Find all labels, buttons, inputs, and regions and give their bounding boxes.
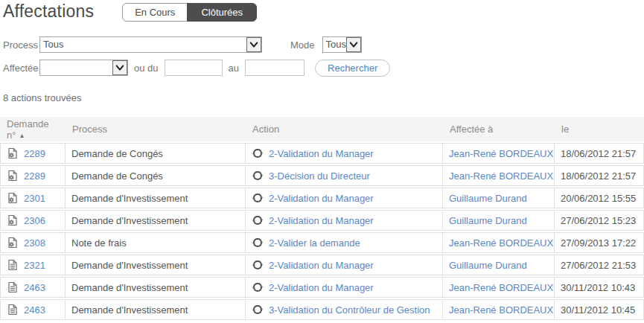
- document-gear-icon: [7, 192, 19, 204]
- demande-link[interactable]: 2321: [24, 260, 45, 271]
- affectee-link[interactable]: Jean-René BORDEAUX: [449, 148, 553, 159]
- sync-icon: [252, 170, 264, 182]
- affectations-page: Affectations En Cours Clôturées Process …: [0, 0, 644, 323]
- ou-du-label: ou du: [134, 63, 159, 74]
- mode-select-value: Tous: [323, 37, 346, 52]
- demande-link[interactable]: 2289: [24, 170, 45, 182]
- chevron-down-icon: [112, 60, 127, 75]
- sort-asc-icon: ▲: [19, 132, 25, 139]
- affectee-link[interactable]: Jean-René BORDEAUX: [449, 170, 553, 182]
- table-header-row: Demande n°▲ Process Action Affectée à le: [0, 117, 644, 141]
- column-header-affectee[interactable]: Affectée à: [443, 117, 555, 141]
- sync-icon: [252, 214, 264, 226]
- date-value: 18/06/2012 21:57: [561, 170, 636, 182]
- filter-row-1: Process Tous Mode Tous: [0, 36, 644, 53]
- sync-icon: [252, 192, 264, 204]
- action-link[interactable]: 3-Validation du Contrôleur de Gestion: [269, 304, 430, 316]
- filter-row-2: Affectée ou du au Rechercher: [0, 60, 644, 76]
- action-link[interactable]: 2-Valider la demande: [269, 237, 360, 249]
- affectee-link[interactable]: Guillaume Durand: [449, 193, 527, 204]
- tab-cloturees[interactable]: Clôturées: [187, 3, 257, 22]
- table-row: 2321 Demande d'Investissement 2-Validati…: [0, 255, 644, 275]
- date-to-input[interactable]: [245, 60, 305, 76]
- actions-table: Demande n°▲ Process Action Affectée à le: [0, 115, 644, 322]
- document-gear-icon: [7, 214, 19, 226]
- page-header: Affectations En Cours Clôturées: [0, 0, 644, 22]
- document-gear-icon: [7, 170, 19, 182]
- date-value: 20/06/2012 15:55: [561, 193, 636, 204]
- table-row: 2289 Demande de Congés 2-Validation du M…: [0, 143, 644, 164]
- affectee-link[interactable]: Guillaume Durand: [449, 260, 527, 271]
- action-link[interactable]: 2-Validation du Manager: [269, 148, 374, 159]
- process-name: Demande de Congés: [71, 170, 163, 182]
- date-value: 27/06/2012 21:53: [561, 260, 636, 271]
- process-select[interactable]: Tous: [39, 36, 262, 53]
- document-gear-icon: [7, 237, 19, 249]
- action-link[interactable]: 2-Validation du Manager: [269, 282, 374, 293]
- document-lines-icon: [7, 259, 19, 271]
- demande-link[interactable]: 2308: [24, 237, 45, 249]
- affectee-link[interactable]: Jean-René BORDEAUX: [449, 304, 553, 316]
- filter-panel: Process Tous Mode Tous Affectée: [0, 36, 644, 76]
- action-link[interactable]: 2-Validation du Manager: [269, 193, 374, 204]
- column-header-process[interactable]: Process: [66, 117, 246, 141]
- process-name: Demande d'Investissement: [71, 193, 188, 204]
- demande-link[interactable]: 2463: [24, 282, 45, 293]
- chevron-down-icon: [246, 37, 261, 52]
- sync-icon: [252, 147, 264, 159]
- date-value: 30/11/2012 10:45: [561, 304, 635, 316]
- date-value: 27/06/2012 15:23: [561, 215, 636, 226]
- search-button[interactable]: Rechercher: [315, 60, 390, 77]
- action-link[interactable]: 2-Validation du Manager: [269, 215, 374, 226]
- sync-icon: [252, 259, 264, 271]
- table-row: 2289 Demande de Congés 3-Décision du Dir…: [0, 165, 644, 186]
- demande-link[interactable]: 2301: [24, 193, 45, 204]
- mode-label: Mode: [290, 39, 315, 51]
- process-select-value: Tous: [40, 37, 246, 52]
- process-name: Demande d'Investissement: [71, 282, 188, 293]
- affectee-link[interactable]: Jean-René BORDEAUX: [449, 237, 553, 249]
- affectee-select[interactable]: [39, 60, 128, 76]
- process-label: Process: [3, 39, 39, 51]
- tab-group: En Cours Clôturées: [122, 3, 257, 22]
- date-value: 27/09/2013 17:22: [561, 237, 636, 249]
- document-gear-icon: [7, 147, 19, 159]
- process-name: Demande d'Investissement: [71, 304, 188, 316]
- demande-link[interactable]: 2289: [24, 148, 45, 159]
- document-lines-icon: [7, 304, 19, 316]
- date-value: 30/11/2012 10:43: [561, 282, 635, 293]
- date-from-input[interactable]: [165, 60, 223, 76]
- sync-icon: [252, 281, 264, 293]
- sync-icon: [252, 304, 264, 316]
- table-row: 2308 Note de frais 2-Valider la demande …: [0, 232, 644, 253]
- process-name: Demande d'Investissement: [71, 260, 188, 271]
- page-title: Affectations: [3, 1, 94, 22]
- column-header-demande[interactable]: Demande n°▲: [0, 117, 66, 141]
- au-label: au: [229, 63, 239, 74]
- table-row: 2463 Demande d'Investissement 2-Validati…: [0, 277, 644, 298]
- tab-en-cours[interactable]: En Cours: [122, 3, 188, 22]
- affectee-label: Affectée: [3, 63, 39, 74]
- sync-icon: [252, 237, 264, 249]
- column-header-action[interactable]: Action: [246, 117, 443, 141]
- table-row: 2301 Demande d'Investissement 2-Validati…: [0, 188, 644, 208]
- process-name: Note de frais: [71, 237, 127, 249]
- action-link[interactable]: 2-Validation du Manager: [269, 260, 374, 271]
- process-name: Demande de Congés: [71, 148, 163, 159]
- column-header-le[interactable]: le: [555, 117, 644, 141]
- date-value: 18/06/2012 21:57: [561, 148, 636, 159]
- table-row: 2306 Demande d'Investissement 2-Validati…: [0, 210, 644, 231]
- demande-link[interactable]: 2463: [24, 304, 45, 316]
- results-count: 8 actions trouvées: [3, 92, 644, 103]
- affectee-link[interactable]: Guillaume Durand: [449, 215, 527, 226]
- demande-link[interactable]: 2306: [24, 215, 45, 226]
- process-name: Demande d'Investissement: [71, 215, 188, 226]
- document-lines-icon: [7, 281, 19, 293]
- action-link[interactable]: 3-Décision du Directeur: [269, 170, 370, 182]
- affectee-link[interactable]: Jean-René BORDEAUX: [449, 282, 553, 293]
- chevron-down-icon: [346, 37, 361, 52]
- mode-select[interactable]: Tous: [322, 36, 362, 53]
- table-row: 2463 Demande d'Investissement 3-Validati…: [0, 299, 644, 320]
- affectee-select-value: [40, 60, 112, 75]
